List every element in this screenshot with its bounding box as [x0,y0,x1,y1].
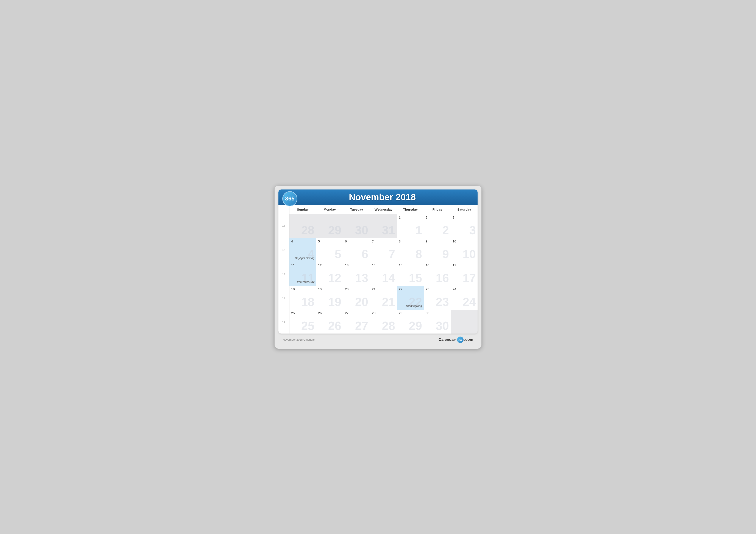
watermark-number: 17 [463,272,476,284]
watermark-number: 13 [355,272,368,284]
calendar-cell: 2323 [424,286,451,310]
calendar-cell: 99 [424,238,451,262]
watermark-number: 5 [335,248,341,260]
footer-logo-circle: 365 [457,337,464,343]
watermark-number: 29 [328,224,341,236]
day-number: 7 [372,240,395,243]
footer: November 2018 Calendar Calendar- 365 .co… [279,334,477,345]
day-header-sun: Sunday [289,205,316,214]
day-number: 12 [318,263,341,267]
watermark-number: 2 [443,224,449,236]
day-number: 14 [372,263,395,267]
day-number: 13 [345,263,368,267]
watermark-number: 12 [328,272,341,284]
day-header-sat: Saturday [451,205,477,214]
day-number: 25 [291,311,314,315]
week-number: 45 [279,238,289,262]
event-label: Veterans' Day [297,280,314,284]
watermark-number: 16 [436,272,449,284]
watermark-number: 18 [301,296,314,308]
day-number: 15 [399,263,422,267]
calendar-cell: 1313 [343,262,370,286]
calendar-cell: 1414 [370,262,397,286]
day-number: 22 [399,287,422,291]
calendar-cell: 88 [397,238,424,262]
watermark-number: 7 [389,248,395,260]
calendar-cell: 1212 [316,262,343,286]
day-number: 17 [452,263,476,267]
event-label: Thanksgiving [406,304,422,308]
week-number: 44 [279,214,289,238]
day-number: 29 [399,311,422,315]
day-header-fri: Friday [424,205,451,214]
calendar-cell: 11 [397,214,424,238]
day-header-wed: Wednesday [370,205,397,214]
day-header-tue: Tuesday [343,205,370,214]
day-number: 26 [318,311,341,315]
footer-right: Calendar- 365 .com [439,337,473,343]
day-number: 28 [372,311,395,315]
calendar-body: Sunday Monday Tuesday Wednesday Thursday… [279,205,477,334]
watermark-number: 26 [328,320,341,332]
calendar-grid: 44282930311122334544Daylight Saving55667… [279,214,477,334]
watermark-number: 9 [443,248,449,260]
footer-right-prefix: Calendar- [439,338,456,342]
calendar-row: 4544Daylight Saving55667788991010 [279,238,477,262]
watermark-number: 28 [382,320,395,332]
watermark-number: 3 [469,224,476,236]
watermark-number: 27 [355,320,368,332]
watermark-number: 21 [382,296,395,308]
day-number: 19 [318,287,341,291]
watermark-number: 28 [301,224,314,236]
day-number: 1 [399,216,422,219]
watermark-number: 30 [436,320,449,332]
calendar-row: 461111Veterans' Day121213131414151516161… [279,262,477,286]
calendar-cell: 2525 [289,310,316,334]
calendar-cell: 29 [316,214,343,238]
watermark-number: 8 [416,248,422,260]
days-header: Sunday Monday Tuesday Wednesday Thursday… [279,205,477,214]
day-header-mon: Monday [316,205,343,214]
day-number: 5 [318,240,341,243]
calendar-cell: 2828 [370,310,397,334]
calendar-cell: 55 [316,238,343,262]
watermark-number: 19 [328,296,341,308]
watermark-number: 6 [362,248,368,260]
day-number: 30 [426,311,449,315]
calendar-cell: 2121 [370,286,397,310]
calendar-row: 4428293031112233 [279,214,477,238]
watermark-number: 23 [436,296,449,308]
day-number: 16 [426,263,449,267]
week-number: 48 [279,310,289,334]
day-number: 2 [426,216,449,219]
calendar-row: 4718181919202021212222Thanksgiving232324… [279,286,477,310]
header-title: November 2018 [283,192,473,202]
calendar-cell: 1010 [451,238,477,262]
day-number: 3 [452,216,476,219]
day-number: 18 [291,287,314,291]
logo-text: 365 [285,195,294,202]
calendar-cell: 1717 [451,262,477,286]
day-number: 6 [345,240,368,243]
calendar-cell [451,310,477,334]
day-number: 10 [452,240,476,243]
calendar-cell: 2424 [451,286,477,310]
watermark-number: 30 [355,224,368,236]
day-number: 8 [399,240,422,243]
calendar-cell: 2020 [343,286,370,310]
day-number: 27 [345,311,368,315]
event-label: Daylight Saving [295,256,314,260]
calendar-cell: 77 [370,238,397,262]
week-number: 46 [279,262,289,286]
day-number: 11 [291,263,314,267]
day-number: 24 [452,287,476,291]
watermark-number: 15 [409,272,422,284]
day-header-thu: Thursday [397,205,424,214]
day-number: 21 [372,287,395,291]
calendar-cell: 28 [289,214,316,238]
calendar-cell: 1818 [289,286,316,310]
day-number: 4 [291,240,314,243]
calendar-cell: 3030 [424,310,451,334]
logo-circle: 365 [282,191,297,206]
calendar-row: 48252526262727282829293030 [279,310,477,334]
